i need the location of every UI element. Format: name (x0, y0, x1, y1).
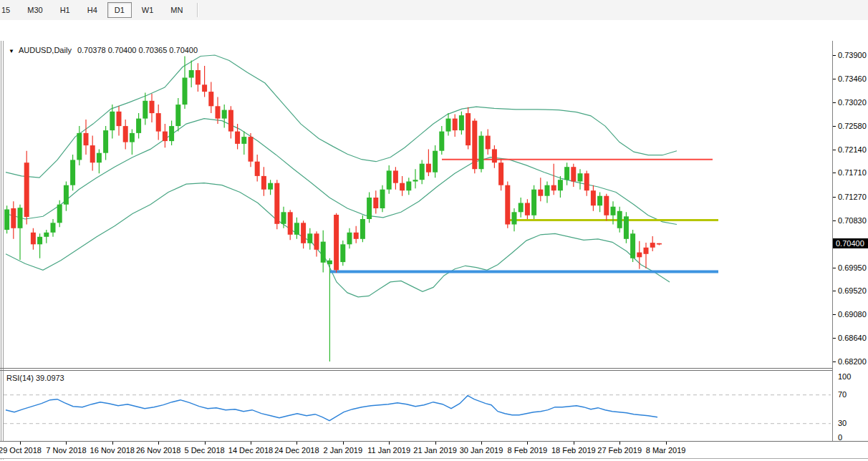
price-axis-label: 0.68640 (838, 334, 867, 342)
date-axis-tick (66, 442, 67, 445)
rsi-axis-label: 0 (838, 433, 842, 442)
price-axis-label: 0.69950 (838, 263, 867, 272)
candle-body (235, 132, 240, 144)
date-axis-tick (158, 442, 159, 445)
chart-window: ▼AUDUSD,Daily0.70378 0.70400 0.70365 0.7… (0, 20, 868, 461)
candle-body (630, 233, 635, 258)
candle-body (117, 112, 122, 126)
timeframe-button-mn[interactable]: MN (163, 2, 190, 18)
candle-body (4, 210, 9, 230)
candle-body (249, 137, 254, 162)
date-axis-label: 11 Jan 2019 (367, 446, 410, 455)
timeframe-button-d1[interactable]: D1 (107, 2, 132, 18)
candle-body (130, 133, 135, 142)
candle-body (439, 132, 444, 151)
date-axis-tick (435, 442, 436, 445)
price-axis-tick (833, 314, 836, 315)
price-axis-tick (833, 291, 836, 291)
candle-body (644, 248, 649, 254)
price-axis-tick (833, 173, 836, 173)
date-axis-tick (112, 442, 113, 445)
candle-body (77, 133, 82, 160)
mt4-window: 15M30H1H4D1W1MN ▼AUDUSD,Daily0.70378 0.7… (0, 0, 868, 461)
date-axis-label: 14 Dec 2018 (228, 446, 273, 455)
date-axis-tick (296, 442, 297, 445)
date-axis-label: 7 Nov 2018 (46, 446, 86, 455)
price-axis-tick (833, 338, 836, 339)
rsi-axis-label: 100 (838, 372, 851, 381)
window-edge (1, 41, 1, 460)
price-axis-label: 0.71270 (838, 193, 867, 201)
candle-body (406, 182, 411, 191)
candle-body (564, 167, 569, 180)
price-axis-label: 0.71710 (838, 168, 867, 177)
candle-body (183, 78, 188, 105)
candle-body (222, 110, 227, 119)
candle-body (637, 253, 642, 258)
rsi-value: 39.0973 (36, 374, 64, 382)
candle-body (387, 170, 392, 189)
date-axis-tick (619, 442, 620, 445)
candle-body (446, 119, 451, 132)
date-axis-tick (481, 442, 482, 445)
main-chart-plot[interactable] (4, 41, 832, 369)
candle-body (657, 243, 662, 245)
chart-dropdown-icon[interactable]: ▼ (9, 48, 14, 54)
candle-body (479, 136, 484, 170)
candle-body (380, 190, 385, 208)
date-axis-label: 5 Dec 2018 (184, 446, 224, 455)
candle-body (367, 198, 372, 219)
candle-body (393, 170, 398, 183)
timeframe-button-h4[interactable]: H4 (80, 2, 105, 18)
tabbar-separator (0, 458, 868, 459)
candle-body (558, 180, 563, 190)
rsi-plot[interactable] (4, 370, 832, 441)
candle-body (202, 84, 207, 92)
price-axis[interactable]: 0.70400 0.739000.734600.730200.725800.72… (832, 41, 868, 441)
date-axis-label: 30 Jan 2019 (460, 446, 503, 455)
price-axis-tick (833, 150, 836, 150)
candle-body (261, 176, 266, 190)
candle-body (97, 153, 102, 163)
candle-body (208, 92, 213, 106)
date-axis-label: 26 Nov 2018 (136, 446, 180, 455)
date-axis-tick (574, 442, 574, 445)
date-axis[interactable]: 29 Oct 20187 Nov 201816 Nov 201826 Nov 2… (0, 442, 832, 458)
panel-divider[interactable] (0, 368, 868, 369)
rsi-axis-label: 30 (838, 419, 847, 427)
candle-body (420, 164, 425, 180)
rsi-axis-label: 70 (838, 390, 847, 399)
candle-body (11, 208, 16, 228)
timeframe-button-h1[interactable]: H1 (53, 2, 77, 18)
candle-body (327, 261, 332, 264)
price-axis-label: 0.73020 (838, 98, 867, 107)
date-axis-label: 2 Jan 2019 (324, 446, 362, 455)
candle-body (486, 136, 491, 150)
candle-body (307, 233, 312, 243)
date-axis-label: 8 Mar 2019 (646, 446, 686, 455)
timeframe-button-w1[interactable]: W1 (135, 2, 161, 18)
price-axis-tick (833, 79, 836, 79)
date-axis-tick (343, 442, 344, 445)
price-axis-tick (833, 126, 836, 127)
candle-body (156, 113, 161, 132)
candle-body (453, 119, 458, 131)
candle-body (84, 133, 89, 145)
candle-body (189, 70, 194, 78)
candle-body (551, 185, 556, 191)
candle-body (512, 212, 517, 224)
candle-body (340, 244, 345, 262)
candle-body (650, 243, 655, 248)
date-axis-tick (527, 442, 528, 445)
price-axis-tick (833, 361, 836, 362)
timeframe-button-15[interactable]: 15 (0, 2, 17, 18)
timeframe-button-m30[interactable]: M30 (20, 2, 49, 18)
candle-body (519, 203, 524, 213)
candle-body (64, 185, 69, 205)
date-axis-tick (666, 442, 667, 445)
candle-body (136, 119, 141, 133)
price-axis-label: 0.69080 (838, 310, 867, 319)
price-axis-tick (833, 55, 836, 56)
candle-body (360, 219, 365, 239)
candle-body (31, 233, 36, 245)
